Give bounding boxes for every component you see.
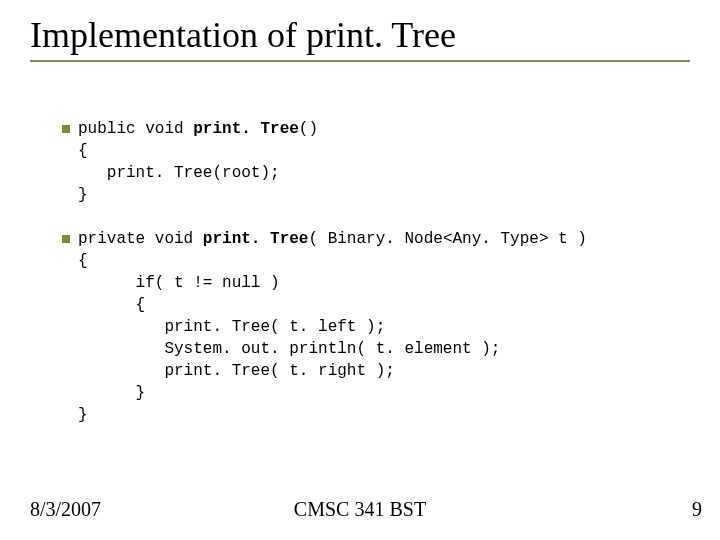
bullet-icon (62, 125, 70, 133)
slide: Implementation of print. Tree public voi… (0, 0, 720, 540)
bullet-icon (62, 235, 70, 243)
code-line: System. out. println( t. element ); (78, 340, 500, 358)
title-underline (30, 60, 690, 62)
slide-title: Implementation of print. Tree (30, 14, 690, 60)
code-line: { (78, 296, 145, 314)
code-line: print. Tree( t. right ); (78, 362, 395, 380)
code-line: } (78, 186, 88, 204)
code-line: } (78, 406, 88, 424)
code-line: { (78, 142, 88, 160)
title-block: Implementation of print. Tree (30, 14, 690, 62)
footer: 8/3/2007 CMSC 341 BST 9 (0, 498, 720, 526)
code-line: private void print. Tree( Binary. Node<A… (78, 230, 587, 248)
code-line: } (78, 384, 145, 402)
code-line: print. Tree( t. left ); (78, 318, 385, 336)
code-line: if( t != null ) (78, 274, 280, 292)
footer-center: CMSC 341 BST (0, 498, 720, 521)
footer-pagenum: 9 (692, 498, 702, 521)
code-line: public void print. Tree() (78, 120, 318, 138)
code-line: print. Tree(root); (78, 164, 280, 182)
code-line: { (78, 252, 88, 270)
code-block: public void print. Tree() { print. Tree(… (78, 118, 587, 426)
